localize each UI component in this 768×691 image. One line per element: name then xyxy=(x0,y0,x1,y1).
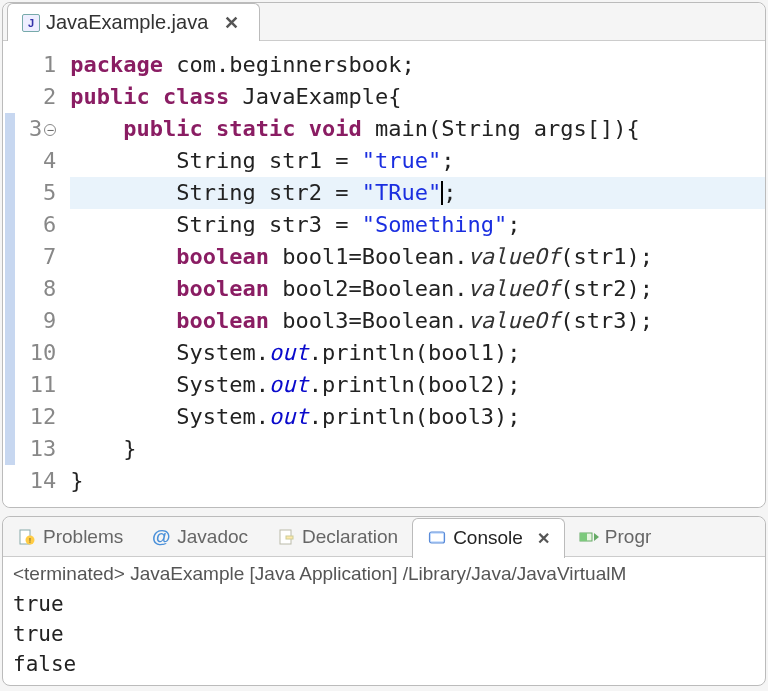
svg-rect-4 xyxy=(286,536,293,539)
code-line[interactable]: System.out.println(bool1); xyxy=(70,337,765,369)
line-number: 2 xyxy=(29,81,56,113)
tab-progress[interactable]: Progr xyxy=(565,517,665,557)
bottom-panel: ! Problems @ Javadoc Declaration Console… xyxy=(2,516,766,686)
console-output-line: false xyxy=(13,649,755,679)
code-line[interactable]: System.out.println(bool3); xyxy=(70,401,765,433)
problems-icon: ! xyxy=(17,527,37,547)
fold-icon[interactable]: − xyxy=(44,124,56,136)
code-content[interactable]: package com.beginnersbook; public class … xyxy=(66,49,765,497)
tab-label: Javadoc xyxy=(177,526,248,548)
line-number: 5 xyxy=(29,177,56,209)
code-line[interactable]: public class JavaExample{ xyxy=(70,81,765,113)
javadoc-icon: @ xyxy=(151,527,171,547)
code-line[interactable]: String str1 = "true"; xyxy=(70,145,765,177)
tab-javadoc[interactable]: @ Javadoc xyxy=(137,517,262,557)
code-line[interactable]: package com.beginnersbook; xyxy=(70,49,765,81)
svg-rect-6 xyxy=(431,534,443,541)
code-line[interactable]: boolean bool1=Boolean.valueOf(str1); xyxy=(70,241,765,273)
code-line[interactable]: } xyxy=(70,465,765,497)
code-line[interactable]: boolean bool2=Boolean.valueOf(str2); xyxy=(70,273,765,305)
line-number: 1 xyxy=(29,49,56,81)
editor-tab-bar: J JavaExample.java ✕ xyxy=(3,3,765,41)
tab-label: Declaration xyxy=(302,526,398,548)
code-line-active[interactable]: String str2 = "TRue"; xyxy=(70,177,765,209)
progress-icon xyxy=(579,527,599,547)
console-output-line: true xyxy=(13,589,755,619)
code-editor[interactable]: 1 2 3− 4 5 6 7 8 9 10 11 12 13 14 packag… xyxy=(3,41,765,507)
line-number: 3− xyxy=(29,113,56,145)
line-number: 11 xyxy=(29,369,56,401)
line-number: 8 xyxy=(29,273,56,305)
code-line[interactable]: String str3 = "Something"; xyxy=(70,209,765,241)
file-tab[interactable]: J JavaExample.java ✕ xyxy=(7,3,260,41)
tab-label: Problems xyxy=(43,526,123,548)
console-body: <terminated> JavaExample [Java Applicati… xyxy=(3,557,765,685)
line-number: 4 xyxy=(29,145,56,177)
console-output-line: true xyxy=(13,619,755,649)
console-status-line: <terminated> JavaExample [Java Applicati… xyxy=(13,563,755,585)
line-number: 10 xyxy=(29,337,56,369)
line-number: 7 xyxy=(29,241,56,273)
tab-label: Console xyxy=(453,527,523,549)
code-line[interactable]: System.out.println(bool2); xyxy=(70,369,765,401)
line-number-gutter: 1 2 3− 4 5 6 7 8 9 10 11 12 13 14 xyxy=(21,49,66,497)
svg-text:!: ! xyxy=(29,537,31,544)
view-tab-bar: ! Problems @ Javadoc Declaration Console… xyxy=(3,517,765,557)
line-number: 13 xyxy=(29,433,56,465)
line-number: 14 xyxy=(29,465,56,497)
close-icon[interactable]: ✕ xyxy=(224,12,239,34)
close-icon[interactable]: ✕ xyxy=(537,529,550,548)
code-line[interactable]: } xyxy=(70,433,765,465)
code-line[interactable]: public static void main(String args[]){ xyxy=(70,113,765,145)
marker-column xyxy=(3,49,21,497)
line-number: 9 xyxy=(29,305,56,337)
declaration-icon xyxy=(276,527,296,547)
code-line[interactable]: boolean bool3=Boolean.valueOf(str3); xyxy=(70,305,765,337)
line-number: 6 xyxy=(29,209,56,241)
svg-rect-8 xyxy=(580,533,587,541)
console-icon xyxy=(427,528,447,548)
editor-panel: J JavaExample.java ✕ 1 2 3− 4 5 6 7 8 9 … xyxy=(2,2,766,508)
svg-marker-9 xyxy=(594,533,599,541)
tab-problems[interactable]: ! Problems xyxy=(3,517,137,557)
tab-label: Progr xyxy=(605,526,651,548)
file-tab-title: JavaExample.java xyxy=(46,11,208,34)
line-number: 12 xyxy=(29,401,56,433)
tab-declaration[interactable]: Declaration xyxy=(262,517,412,557)
java-file-icon: J xyxy=(22,14,40,32)
console-output[interactable]: true true false xyxy=(13,589,755,679)
tab-console[interactable]: Console ✕ xyxy=(412,518,565,558)
